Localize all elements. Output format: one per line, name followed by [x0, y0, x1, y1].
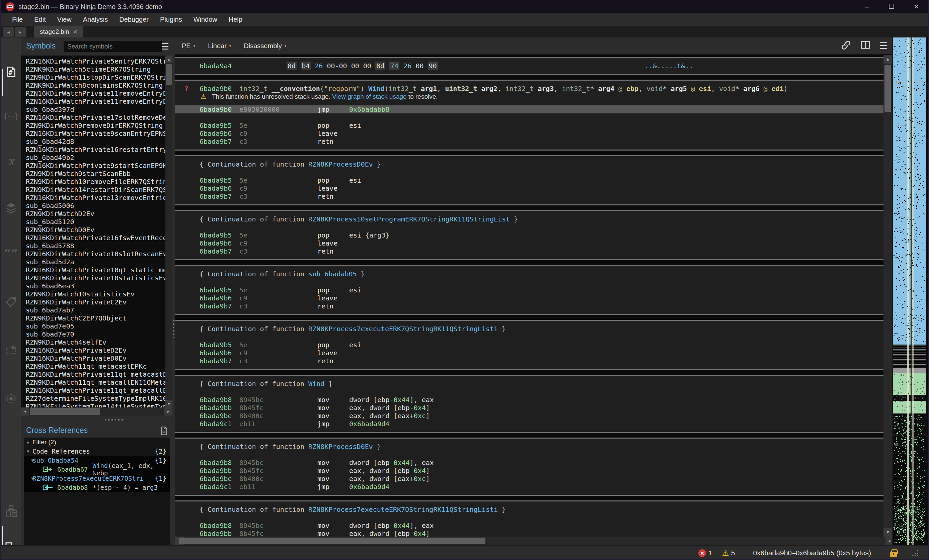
symbol-item[interactable]: RZN16KDirWatchPrivate11removeEntryEP [21, 89, 172, 97]
xrefs-code-references-row[interactable]: ▾ Code References {2} [24, 447, 170, 456]
split-pane-icon[interactable] [860, 40, 871, 52]
instruction-row[interactable]: 6bada9b7c3retn [175, 247, 886, 255]
error-count-badge[interactable]: ✕ 1 [698, 549, 712, 557]
symbol-item[interactable]: RZ27determineFileSystemTypeImplRK10Q [21, 395, 172, 402]
instruction-row[interactable]: 6bada9be8b400cmoveax, dword [eax+0xc] [175, 475, 886, 483]
instruction-row[interactable]: 6bada9bb8b45fcmoveax, dword [ebp-0x4] [175, 529, 886, 537]
scroll-down-arrow-icon[interactable]: ▼ [166, 400, 172, 407]
vertical-splitter[interactable] [172, 37, 175, 545]
symbol-item[interactable]: sub_6bad42d8 [21, 138, 172, 145]
instruction-row[interactable]: 6bada9b88945bcmovdword [ebp-0x44], eax [175, 459, 886, 467]
symbol-item[interactable]: sub_6bad49b2 [21, 153, 172, 162]
instruction-row[interactable]: 6bada9bb8b45fcmoveax, dword [ebp-0x4] [175, 467, 886, 475]
sidebar-item-tags[interactable] [5, 295, 18, 308]
symbol-item[interactable]: RZN9KDirWatchD0Ev [21, 226, 172, 234]
function-signature-row[interactable]: ?6bada9b0int32_t __convention("regparm")… [175, 85, 886, 93]
xref-reference-row[interactable]: 6badba67Wind(eax_1, edx, &ebp [24, 465, 170, 474]
minimize-button[interactable]: – [862, 3, 872, 11]
menu-view[interactable]: View [52, 14, 77, 26]
symbol-item[interactable]: RZN16KDirWatchPrivate11qt_metacastEP [21, 370, 172, 378]
symbol-item[interactable]: RZN16KDirWatchPrivate5entryERK7QStri [21, 57, 172, 65]
continuation-row[interactable]: { Continuation of function RZN8KProcess1… [175, 215, 886, 223]
view-dropdown-disassembly[interactable]: Disassembly▾ [244, 42, 286, 50]
sync-link-icon[interactable] [841, 40, 851, 52]
symbol-item[interactable]: RZN16KDirWatchPrivate16fswEventRecei [21, 234, 172, 242]
lock-icon[interactable] [890, 552, 897, 557]
symbol-item[interactable]: RZN16KDirWatchPrivate18qt_static_met [21, 266, 172, 274]
instruction-row[interactable]: 6bada9b7c3retn [175, 138, 886, 145]
tab-nav-back-button[interactable]: ◂ [3, 27, 14, 37]
instruction-row[interactable]: 6bada9b7c3retn [175, 302, 886, 310]
sidebar-item-symbols[interactable]: # [5, 65, 18, 79]
sidebar-item-strings[interactable]: “” [5, 246, 18, 260]
symbol-item[interactable]: RZN16KDirWatchPrivate11qt_metacallEN [21, 386, 172, 395]
symbol-item[interactable]: RZN9KDirWatch11stopDirScanERK7QStrin [21, 73, 172, 81]
scroll-right-arrow-icon[interactable]: ▸ [164, 407, 172, 416]
symbol-item[interactable]: RZN9KDirWatchD2Ev [21, 210, 172, 218]
instruction-row[interactable]: 6bada9b6c9leave [175, 130, 886, 138]
instruction-row[interactable]: 6bada9b55epopesi [175, 121, 886, 130]
symbols-vertical-scrollbar[interactable]: ▲ ▼ [166, 55, 172, 407]
symbol-item[interactable]: RZN16KDirWatchPrivateC2Ev [21, 298, 172, 306]
symbol-item[interactable]: RZNK9KDirWatch5ctimeERK7QString [21, 65, 172, 73]
symbol-item[interactable]: RZN16KDirWatchPrivate9startScanEP9KD [21, 162, 172, 170]
menu-edit[interactable]: Edit [28, 14, 51, 26]
instruction-row[interactable]: 6bada9b6c9leave [175, 239, 886, 247]
symbol-item[interactable]: RZN16KDirWatchPrivateD2Ev [21, 346, 172, 354]
instruction-row[interactable]: 6bada9be8b400cmoveax, dword [eax+0xc] [175, 412, 886, 420]
xrefs-new-pane-icon[interactable] [160, 426, 169, 437]
symbol-item[interactable]: sub_6bad7ab7 [21, 306, 172, 314]
symbol-item[interactable]: RZN9KDirWatch9startScanEbb [21, 170, 172, 177]
symbol-item[interactable]: RZNK9KDirWatch8containsERK7QString [21, 81, 172, 89]
main-vertical-scrollbar[interactable]: ▲ ▼ [883, 55, 892, 537]
symbol-item[interactable]: sub_6bad6ea3 [21, 282, 172, 290]
symbol-item[interactable]: RZN9KDirWatch10statisticsEv [21, 290, 172, 298]
sidebar-item-mini-graph[interactable] [5, 504, 18, 517]
continuation-row[interactable]: { Continuation of function RZN8KProcessD… [175, 442, 886, 451]
symbol-item[interactable]: RZN16KDirWatchPrivate11removeEntryEP [21, 97, 172, 106]
main-horizontal-scrollbar[interactable]: ◂ ▸ [175, 537, 894, 545]
xrefs-filter-row[interactable]: ▸ Filter (2) [24, 438, 170, 447]
sidebar-item-analysis-target[interactable] [5, 392, 18, 405]
instruction-row[interactable]: 6bada9b6c9leave [175, 349, 886, 357]
symbol-item[interactable]: RZN16KDirWatchPrivate10statisticsEv [21, 274, 172, 282]
symbol-item[interactable]: RZN16KDirWatchPrivate9scanEntryEPNS_ [21, 130, 172, 138]
data-row[interactable]: 6bada9a48d b4 26 00-00 00 00 8d 74 26 00… [175, 62, 886, 70]
sidebar-item-memory-map[interactable] [5, 344, 18, 357]
instruction-row[interactable]: 6bada9b55epopesi [175, 286, 886, 294]
symbol-item[interactable]: RZN9KDirWatch14restartDirScanERK7QSt [21, 186, 172, 194]
instruction-row[interactable]: 6bada9b55epopesi [175, 176, 886, 184]
instruction-row[interactable]: 6bada9b55epopesi {arg3} [175, 231, 886, 239]
panel-horizontal-splitter[interactable] [21, 416, 172, 424]
menu-analysis[interactable]: Analysis [77, 14, 113, 26]
symbol-item[interactable]: sub_6bad5006 [21, 202, 172, 210]
symbol-item[interactable]: RZN9KDirWatch11qt_metacastEPKc [21, 362, 172, 370]
scroll-left-arrow-icon[interactable]: ◂ [21, 407, 29, 416]
scroll-down-arrow-icon[interactable]: ▼ [883, 528, 892, 537]
feature-map[interactable] [892, 37, 928, 545]
instruction-row[interactable]: 6bada9b7c3retn [175, 192, 886, 200]
main-hscroll-thumb[interactable] [179, 538, 485, 544]
symbol-item[interactable]: RZN16KDirWatchPrivateD0Ev [21, 354, 172, 362]
symbol-item[interactable]: RZN9KDirWatch9removeDirERK7QString [21, 121, 172, 130]
sidebar-item-types[interactable]: {···} [5, 109, 18, 123]
symbols-horizontal-scrollbar[interactable]: ◂ ▸ [21, 407, 172, 416]
symbol-item[interactable]: RZN9KDirWatch11qt_metacallEN11QMetaO [21, 378, 172, 386]
sidebar-item-variables[interactable]: x [5, 155, 18, 168]
symbol-item[interactable]: RZN16KDirWatchPrivate17slotRemoveDel [21, 113, 172, 121]
menu-window[interactable]: Window [188, 14, 223, 26]
symbol-search-input[interactable] [64, 41, 162, 52]
symbol-item[interactable]: RZN16KDirWatchPrivate16restartEntryS [21, 145, 172, 153]
instruction-row[interactable]: 6bada9b6c9leave [175, 184, 886, 192]
symbols-vscroll-thumb[interactable] [166, 64, 172, 85]
menu-debugger[interactable]: Debugger [113, 14, 154, 26]
symbol-item[interactable]: RZN15KFileSystemType14fileSystemType [21, 402, 172, 407]
menu-file[interactable]: File [6, 14, 28, 26]
instruction-row[interactable]: 6bada9bb8b45fcmoveax, dword [ebp-0x4] [175, 404, 886, 412]
symbols-menu-icon[interactable]: ☰ [161, 41, 169, 52]
symbol-item[interactable]: RZN16KDirWatchPrivate13removeEntries [21, 194, 172, 202]
disassembly-view[interactable]: 6bada9a48d b4 26 00-00 00 00 8d 74 26 00… [175, 55, 886, 537]
resize-grip[interactable] [912, 549, 919, 557]
symbol-item[interactable]: sub_6bad5d2a [21, 258, 172, 266]
instruction-row[interactable]: 6bada9b88945bcmovdword [ebp-0x44], eax [175, 396, 886, 404]
